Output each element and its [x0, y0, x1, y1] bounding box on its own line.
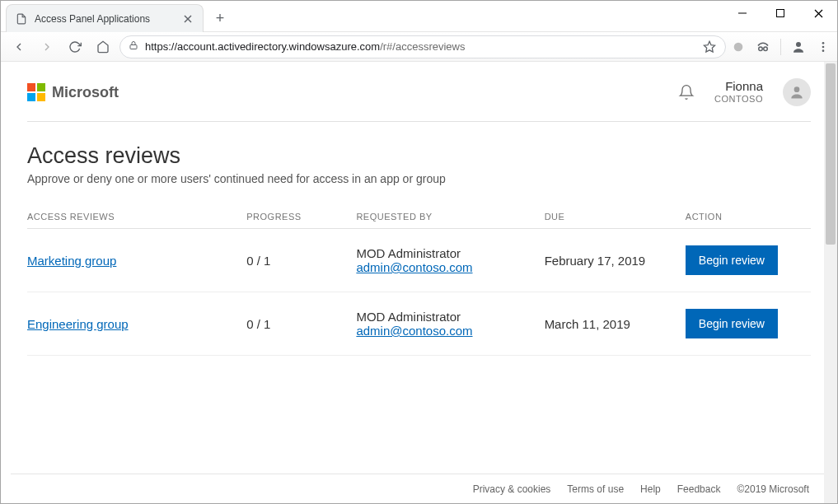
window-close-button[interactable]: [799, 1, 837, 26]
divider: [780, 39, 781, 55]
user-name: Fionna: [714, 79, 763, 94]
svg-marker-7: [704, 41, 714, 52]
col-name: ACCESS REVIEWS: [27, 212, 246, 229]
svg-point-13: [822, 45, 825, 48]
menu-icon[interactable]: [816, 40, 831, 54]
reviews-table: ACCESS REVIEWS PROGRESS REQUESTED BY DUE…: [27, 212, 811, 356]
incognito-icon[interactable]: [756, 40, 770, 54]
svg-point-14: [822, 49, 825, 52]
url-path: /r#/accessreviews: [380, 40, 465, 53]
brand-row: Microsoft Fionna CONTOSO: [27, 70, 811, 122]
url-host: https://account.activedirectory.windowsa…: [145, 40, 380, 53]
svg-point-9: [759, 47, 763, 51]
scrollbar[interactable]: [824, 62, 837, 503]
col-due: DUE: [545, 212, 686, 229]
browser-window: Access Panel Applications + https://acco…: [0, 0, 838, 504]
viewport: Microsoft Fionna CONTOSO Access reviews …: [1, 62, 837, 503]
svg-point-12: [822, 42, 825, 44]
review-progress: 0 / 1: [246, 229, 356, 292]
toolbar-icons: [731, 39, 831, 55]
svg-rect-3: [777, 10, 784, 17]
forward-button[interactable]: [35, 35, 59, 58]
star-icon[interactable]: [702, 40, 717, 54]
review-due: February 17, 2019: [545, 229, 686, 292]
col-progress: PROGRESS: [246, 212, 356, 229]
address-bar-row: https://account.activedirectory.windowsa…: [1, 32, 837, 62]
file-icon: [15, 12, 28, 26]
brand-text: Microsoft: [52, 84, 119, 101]
user-org: CONTOSO: [714, 94, 763, 105]
review-due: March 11, 2019: [545, 292, 686, 356]
requested-by-email[interactable]: admin@contoso.com: [356, 324, 472, 338]
footer-copyright: ©2019 Microsoft: [737, 483, 809, 495]
svg-point-11: [796, 42, 801, 47]
table-row: Engineering group 0 / 1 MOD Administrato…: [27, 292, 811, 356]
back-button[interactable]: [7, 35, 30, 58]
begin-review-button[interactable]: Begin review: [686, 245, 778, 275]
footer-feedback-link[interactable]: Feedback: [677, 483, 721, 495]
avatar[interactable]: [783, 78, 811, 106]
col-action: ACTION: [686, 212, 811, 229]
microsoft-logo-icon: [27, 83, 45, 101]
tabstrip: Access Panel Applications +: [6, 4, 232, 32]
titlebar: Access Panel Applications +: [1, 1, 837, 32]
profile-icon[interactable]: [791, 40, 806, 54]
review-progress: 0 / 1: [246, 292, 356, 356]
scroll-thumb[interactable]: [826, 63, 836, 245]
footer: Privacy & cookies Terms of use Help Feed…: [11, 474, 827, 503]
minimize-button[interactable]: [723, 1, 761, 26]
svg-point-15: [794, 86, 800, 92]
review-name-link[interactable]: Marketing group: [27, 254, 116, 268]
requested-by-email[interactable]: admin@contoso.com: [356, 260, 472, 274]
lock-icon: [129, 40, 138, 53]
window-controls: [723, 1, 837, 26]
user-meta[interactable]: Fionna CONTOSO: [714, 79, 763, 105]
col-requested-by: REQUESTED BY: [356, 212, 544, 229]
new-tab-button[interactable]: +: [208, 4, 232, 32]
footer-privacy-link[interactable]: Privacy & cookies: [473, 483, 551, 495]
extension-icon[interactable]: [731, 40, 746, 54]
svg-point-8: [734, 42, 743, 51]
requested-by-name: MOD Administrator: [356, 310, 537, 324]
page-content: Microsoft Fionna CONTOSO Access reviews …: [11, 62, 827, 503]
brand[interactable]: Microsoft: [27, 83, 119, 101]
user-area: Fionna CONTOSO: [678, 78, 811, 106]
maximize-button[interactable]: [761, 1, 799, 26]
close-tab-button[interactable]: [181, 12, 194, 26]
page-title: Access reviews: [27, 143, 811, 169]
review-name-link[interactable]: Engineering group: [27, 317, 129, 331]
reload-button[interactable]: [63, 35, 87, 58]
svg-rect-6: [130, 45, 137, 49]
footer-terms-link[interactable]: Terms of use: [567, 483, 624, 495]
bell-icon[interactable]: [678, 84, 695, 100]
footer-help-link[interactable]: Help: [640, 483, 661, 495]
table-row: Marketing group 0 / 1 MOD Administrator …: [27, 229, 811, 292]
address-bar[interactable]: https://account.activedirectory.windowsa…: [119, 35, 726, 58]
tab-title: Access Panel Applications: [35, 13, 175, 25]
page-subtitle: Approve or deny one or more users' conti…: [27, 172, 811, 185]
begin-review-button[interactable]: Begin review: [686, 309, 778, 338]
browser-tab[interactable]: Access Panel Applications: [6, 4, 204, 32]
table-header-row: ACCESS REVIEWS PROGRESS REQUESTED BY DUE…: [27, 212, 811, 229]
requested-by-name: MOD Administrator: [356, 246, 537, 260]
svg-point-10: [764, 47, 768, 51]
url-text: https://account.activedirectory.windowsa…: [145, 40, 695, 53]
home-button[interactable]: [91, 35, 115, 58]
